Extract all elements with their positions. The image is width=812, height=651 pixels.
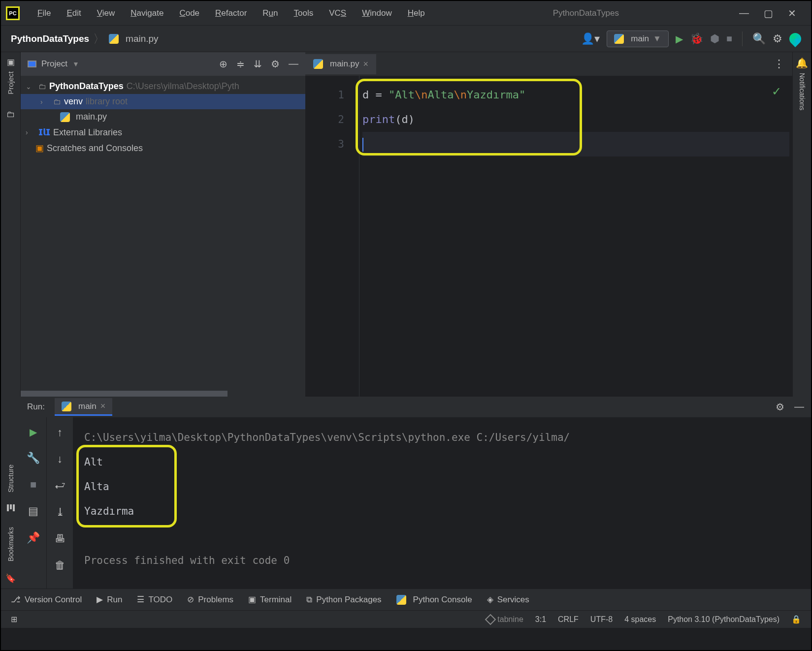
project-tool-label[interactable]: Project (6, 71, 15, 94)
structure-label[interactable]: Structure (7, 465, 15, 493)
status-position[interactable]: 3:1 (535, 615, 546, 624)
separator (742, 31, 743, 46)
bookmarks-label[interactable]: Bookmarks (7, 527, 15, 561)
run-output[interactable]: C:\Users\yilma\Desktop\PythonDataTypes\v… (73, 417, 811, 589)
minimize-button[interactable]: — (739, 7, 749, 19)
menu-code[interactable]: Code (171, 8, 207, 18)
close-tab-icon[interactable]: × (100, 401, 106, 411)
close-button[interactable]: ✕ (788, 7, 796, 19)
code-area[interactable]: d = "Alt\nAlta\nYazdırma" print(d) (359, 76, 792, 397)
left-tool-rail: ▣ Project 🗀 (1, 52, 21, 397)
chevron-right-icon[interactable]: › (40, 98, 50, 106)
status-interpreter[interactable]: Python 3.10 (PythonDataTypes) (668, 615, 780, 624)
tree-scratches[interactable]: ▣ Scratches and Consoles (21, 140, 305, 156)
hide-icon[interactable]: — (794, 401, 804, 413)
menu-window[interactable]: Window (354, 8, 399, 18)
stop-button[interactable]: ■ (726, 33, 732, 44)
bell-icon[interactable]: 🔔 (796, 57, 808, 69)
editor-tab-main[interactable]: main.py × (305, 54, 376, 74)
hide-icon[interactable]: — (289, 58, 298, 70)
run-tab[interactable]: main × (55, 398, 112, 416)
structure-icon[interactable] (7, 504, 15, 511)
menu-help[interactable]: Help (400, 8, 433, 18)
chevron-down-icon[interactable]: ▼ (72, 60, 79, 68)
run-button[interactable]: ▶ (676, 33, 683, 45)
down-icon[interactable]: ↓ (57, 453, 63, 465)
tabnine-widget[interactable]: tabnine (487, 615, 523, 624)
editor-menu-icon[interactable]: ⋮ (774, 58, 784, 70)
gear-icon[interactable]: ⚙ (776, 401, 784, 413)
debug-button[interactable]: 🐞 (690, 32, 703, 45)
problems-button[interactable]: ⊘Problems (187, 594, 233, 605)
version-control-button[interactable]: ⎇Version Control (11, 594, 82, 605)
tree-root[interactable]: ⌄ 🗀 PythonDataTypes C:\Users\yilma\Deskt… (21, 79, 305, 94)
status-indent[interactable]: 4 spaces (624, 615, 656, 624)
todo-button[interactable]: ☰TODO (137, 594, 172, 605)
maximize-button[interactable]: ▢ (764, 7, 773, 19)
packages-button[interactable]: ⧉Python Packages (306, 595, 381, 605)
tree-venv-note: library root (86, 96, 128, 107)
wrap-icon[interactable]: ⮐ (55, 479, 65, 492)
close-tab-icon[interactable]: × (363, 59, 369, 69)
menu-view[interactable]: View (89, 8, 123, 18)
tabnine-icon (485, 614, 496, 625)
code-line-1: d = "Alt\nAlta\nYazdırma" (362, 83, 789, 107)
tool-window-icon[interactable]: ⊞ (11, 615, 17, 624)
print-icon[interactable]: 🖶 (55, 532, 65, 545)
status-encoding[interactable]: UTF-8 (590, 615, 613, 624)
python-file-icon (313, 59, 323, 69)
menu-run[interactable]: Run (255, 8, 286, 18)
scroll-icon[interactable]: ⤓ (56, 506, 65, 519)
select-opened-icon[interactable]: ⊕ (219, 58, 227, 70)
chevron-right-icon[interactable]: › (26, 128, 35, 136)
menu-file[interactable]: FFileile (30, 8, 59, 18)
rerun-button[interactable]: ▶ (30, 426, 37, 438)
folder-icon[interactable]: 🗀 (6, 109, 15, 120)
inspection-ok-icon[interactable]: ✓ (772, 85, 781, 98)
services-button[interactable]: ◈Services (487, 594, 529, 605)
menu-vcs[interactable]: VCS (321, 8, 354, 18)
gear-icon[interactable]: ⚙ (271, 58, 280, 70)
menu-edit[interactable]: Edit (59, 8, 89, 18)
bookmark-icon[interactable]: 🔖 (5, 573, 16, 584)
stop-button[interactable]: ■ (30, 478, 36, 491)
run-config-selector[interactable]: main ▼ (607, 31, 669, 47)
project-tool-icon[interactable]: ▣ (7, 57, 15, 67)
menu-navigate[interactable]: Navigate (123, 8, 171, 18)
layout-icon[interactable]: ▤ (28, 505, 38, 518)
gear-icon[interactable]: ⚙ (773, 32, 782, 45)
scrollbar-horizontal[interactable] (21, 391, 305, 397)
lock-icon[interactable]: 🔒 (791, 615, 801, 624)
user-icon[interactable]: 👤▾ (581, 32, 600, 45)
collapse-all-icon[interactable]: ⇊ (254, 58, 262, 70)
tree-venv[interactable]: › 🗀 venv library root (21, 94, 305, 109)
menu-refactor[interactable]: Refactor (207, 8, 255, 18)
tree-external-libs[interactable]: › 𝗜𝗹𝗜 External Libraries (21, 124, 305, 140)
chevron-down-icon[interactable]: ⌄ (26, 83, 35, 91)
up-icon[interactable]: ↑ (57, 426, 63, 439)
status-line-sep[interactable]: CRLF (558, 615, 579, 624)
pin-icon[interactable]: 📌 (27, 531, 40, 544)
scrollbar-thumb[interactable] (21, 391, 227, 397)
breadcrumb-project[interactable]: PythonDataTypes (11, 33, 89, 44)
breadcrumb: PythonDataTypes 〉 main.py (11, 31, 159, 47)
menu-tools[interactable]: Tools (286, 8, 322, 18)
notifications-label[interactable]: Notifications (798, 73, 806, 110)
chevron-down-icon: ▼ (653, 34, 661, 44)
expand-all-icon[interactable]: ≑ (236, 58, 245, 70)
jetbrains-icon[interactable] (787, 31, 804, 47)
breadcrumb-file[interactable]: main.py (126, 33, 159, 44)
terminal-button[interactable]: ▣Terminal (248, 594, 292, 605)
folder-icon: 🗀 (53, 97, 61, 106)
right-tool-rail: 🔔 Notifications (792, 52, 811, 397)
editor-body[interactable]: 1 2 3 d = "Alt\nAlta\nYazdırma" print(d)… (305, 76, 792, 397)
tree-main-file[interactable]: main.py (21, 109, 305, 124)
wrench-icon[interactable]: 🔧 (27, 452, 40, 465)
project-panel-title[interactable]: Project (41, 59, 67, 69)
trash-icon[interactable]: 🗑 (55, 559, 65, 572)
run-tool-button[interactable]: ▶Run (97, 594, 122, 605)
coverage-button[interactable]: ⬢ (710, 32, 719, 45)
tree-root-path: C:\Users\yilma\Desktop\Pyth (127, 81, 239, 92)
search-icon[interactable]: 🔍 (752, 32, 766, 45)
console-button[interactable]: Python Console (396, 595, 472, 605)
